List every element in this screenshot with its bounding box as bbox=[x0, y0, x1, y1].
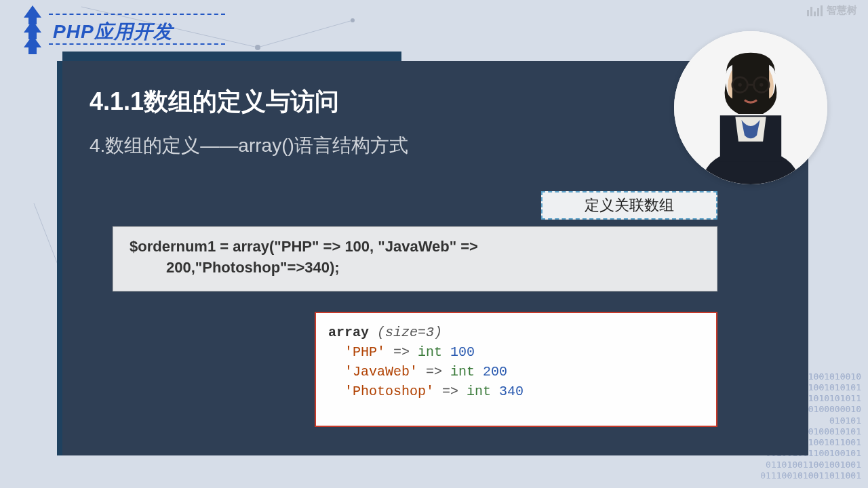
svg-point-9 bbox=[351, 18, 355, 22]
output-dump: array (size=3) 'PHP' => int 100 'JavaWeb… bbox=[315, 312, 717, 427]
header-rule-top bbox=[49, 14, 225, 15]
output-key: 'Photoshop' bbox=[344, 384, 434, 399]
arrow-up-icon bbox=[24, 35, 41, 54]
platform-logo: 智慧树 bbox=[807, 4, 857, 17]
output-value: 100 bbox=[450, 344, 475, 360]
output-value: 200 bbox=[483, 364, 507, 380]
svg-point-26 bbox=[760, 83, 763, 86]
output-size: (size=3) bbox=[377, 325, 442, 340]
output-type: int bbox=[467, 384, 491, 399]
section-subtitle: 4.数组的定义——array()语言结构方式 bbox=[90, 133, 408, 159]
code-line-1: $ordernum1 = array("PHP" => 100, "JavaWe… bbox=[130, 237, 701, 258]
output-type: int bbox=[418, 344, 442, 360]
logo-bars-icon bbox=[807, 5, 823, 16]
slide-tab-decoration bbox=[62, 52, 401, 61]
section-title: 4.1.1数组的定义与访问 bbox=[90, 85, 339, 119]
course-title: PHP应用开发 bbox=[53, 19, 173, 45]
svg-point-25 bbox=[738, 83, 741, 86]
output-array-keyword: array bbox=[328, 325, 369, 340]
slide-edge-decoration bbox=[57, 61, 62, 455]
svg-point-8 bbox=[255, 45, 260, 50]
code-example: $ordernum1 = array("PHP" => 100, "JavaWe… bbox=[113, 226, 717, 291]
logo-text: 智慧树 bbox=[827, 4, 857, 17]
header-rule-bottom bbox=[49, 43, 225, 45]
svg-line-1 bbox=[258, 20, 353, 47]
instructor-photo bbox=[674, 31, 827, 184]
associative-array-label: 定义关联数组 bbox=[541, 191, 717, 220]
output-key: 'PHP' bbox=[344, 344, 385, 360]
output-key: 'JavaWeb' bbox=[344, 364, 418, 380]
output-type: int bbox=[450, 364, 475, 380]
code-line-2: 200,"Photoshop"=>340); bbox=[130, 258, 701, 279]
person-icon bbox=[674, 31, 827, 184]
decorative-arrows bbox=[24, 5, 41, 54]
output-value: 340 bbox=[499, 384, 524, 399]
svg-marker-18 bbox=[24, 35, 41, 54]
